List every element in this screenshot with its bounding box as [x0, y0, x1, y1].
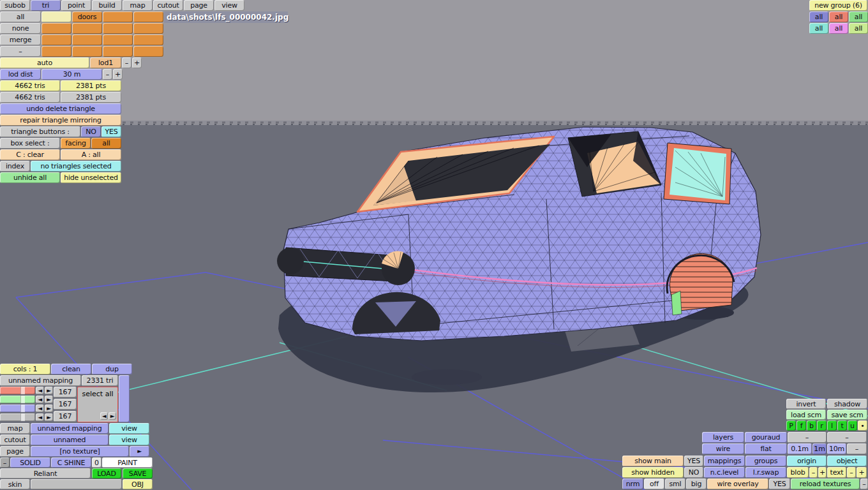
- nrm-button[interactable]: nrm: [622, 479, 643, 489]
- repair-triangle-mirroring-button[interactable]: repair triangle mirroring: [0, 115, 121, 126]
- tab-tri[interactable]: tri: [31, 0, 61, 11]
- subob-cell[interactable]: [41, 23, 71, 34]
- green-decrement-arrow[interactable]: ◄: [36, 396, 44, 403]
- cutout-value[interactable]: unnamed: [31, 434, 108, 445]
- select-all-prev-arrow[interactable]: ◄: [100, 412, 108, 420]
- cutout-view-button[interactable]: view: [109, 434, 149, 445]
- subob-cell[interactable]: [103, 46, 133, 57]
- blob-minus-button[interactable]: –: [809, 467, 818, 478]
- subob-cell[interactable]: [72, 34, 102, 45]
- lod-dist-minus-button[interactable]: –: [103, 69, 112, 80]
- mappings-button[interactable]: mappings: [704, 456, 745, 466]
- nclevel-button[interactable]: n.c.level: [704, 467, 745, 478]
- nrm-big-button[interactable]: big: [686, 479, 707, 489]
- slider-handle[interactable]: [20, 396, 25, 403]
- group-all-purple[interactable]: all: [809, 11, 828, 22]
- slider-handle[interactable]: [20, 387, 25, 394]
- lod-auto-button[interactable]: auto: [0, 57, 89, 68]
- material-minus-button[interactable]: –: [0, 457, 10, 468]
- view-preset-back[interactable]: b: [807, 420, 816, 431]
- red-increment-arrow[interactable]: ►: [45, 387, 53, 394]
- unhide-all-button[interactable]: unhide all: [0, 172, 60, 183]
- wire-button[interactable]: wire: [702, 443, 744, 454]
- slider-handle[interactable]: [20, 413, 25, 421]
- subob-none-button[interactable]: none: [0, 23, 41, 34]
- view-preset-top[interactable]: t: [837, 420, 847, 431]
- group-all-pink[interactable]: all: [829, 23, 848, 34]
- nrm-off-button[interactable]: off: [644, 479, 664, 489]
- box-select-all[interactable]: all: [91, 138, 121, 149]
- model-name[interactable]: Reliant: [0, 468, 91, 479]
- group-all-salmon[interactable]: all: [829, 11, 848, 22]
- subob-merge-button[interactable]: merge: [0, 34, 41, 45]
- subob-cell[interactable]: [41, 34, 71, 45]
- view-preset-right[interactable]: r: [817, 420, 827, 431]
- subob-cell[interactable]: [133, 34, 163, 45]
- subob-cell[interactable]: [41, 46, 71, 57]
- obj-button[interactable]: OBJ: [123, 479, 153, 489]
- hide-unselected-button[interactable]: hide unselected: [61, 172, 121, 183]
- grey-decrement-arrow[interactable]: ◄: [36, 413, 44, 421]
- tab-build[interactable]: build: [92, 0, 122, 11]
- text-button[interactable]: text: [827, 467, 846, 478]
- triangle-buttons-no[interactable]: NO: [81, 126, 101, 137]
- object-button[interactable]: object: [827, 456, 867, 466]
- blue-decrement-arrow[interactable]: ◄: [36, 405, 44, 412]
- subob-cell-selected[interactable]: [41, 11, 71, 22]
- tab-map[interactable]: map: [123, 0, 153, 11]
- blob-button[interactable]: blob: [787, 467, 809, 478]
- grid-10m-button[interactable]: 10m: [827, 443, 846, 454]
- group-all-cyan[interactable]: all: [809, 23, 828, 34]
- mapping-name[interactable]: unnamed mapping: [0, 375, 81, 386]
- box-select-facing[interactable]: facing: [61, 138, 91, 149]
- text-plus-button[interactable]: +: [857, 467, 867, 478]
- dup-button[interactable]: dup: [92, 364, 132, 375]
- origin-button[interactable]: origin: [787, 456, 827, 466]
- group-all-green[interactable]: all: [849, 11, 868, 22]
- color-slider-blue[interactable]: [0, 405, 35, 412]
- grey-increment-arrow[interactable]: ►: [45, 413, 53, 421]
- color-slider-grey[interactable]: [0, 413, 35, 421]
- tab-page[interactable]: page: [184, 0, 214, 11]
- subob-cell[interactable]: [103, 34, 133, 45]
- clear-selection-button[interactable]: C : clear: [0, 149, 60, 160]
- gouraud-button[interactable]: gouraud: [745, 432, 787, 443]
- material-solid-button[interactable]: SOLID: [10, 457, 50, 468]
- invert-button[interactable]: invert: [786, 399, 826, 409]
- select-all-next-arrow[interactable]: ►: [108, 412, 116, 420]
- wire-overlay-toggle[interactable]: YES: [769, 479, 790, 489]
- page-next-arrow[interactable]: ►: [130, 446, 149, 457]
- nrm-sml-button[interactable]: sml: [665, 479, 685, 489]
- lrswap-button[interactable]: l.r.swap: [745, 467, 786, 478]
- groups-button[interactable]: groups: [745, 456, 786, 466]
- dash-button-3[interactable]: –: [847, 443, 867, 454]
- tab-subob[interactable]: subob: [0, 0, 30, 11]
- undo-delete-triangle-button[interactable]: undo delete triangle: [0, 103, 121, 114]
- load-scm-button[interactable]: load scm: [786, 410, 826, 420]
- view-preset-dot[interactable]: •: [858, 420, 867, 431]
- blue-increment-arrow[interactable]: ►: [45, 405, 53, 412]
- text-minus-button[interactable]: –: [847, 467, 856, 478]
- subob-cell-doors[interactable]: doors: [72, 11, 102, 22]
- grid-01m-button[interactable]: 0.1m: [788, 443, 812, 454]
- grid-1m-button[interactable]: 1m: [812, 443, 827, 454]
- reload-textures-button[interactable]: reload textures: [791, 479, 860, 489]
- new-group-button[interactable]: new group (6): [809, 0, 867, 11]
- subob-cell[interactable]: [133, 23, 163, 34]
- lod-minus-button[interactable]: –: [122, 57, 131, 68]
- tab-view[interactable]: view: [214, 0, 244, 11]
- save-scm-button[interactable]: save scm: [827, 410, 867, 420]
- color-slider-green[interactable]: [0, 396, 35, 403]
- shadow-button[interactable]: shadow: [827, 399, 867, 409]
- view-preset-left[interactable]: l: [827, 420, 837, 431]
- material-cshine-button[interactable]: C SHINE: [51, 457, 91, 468]
- cols-button[interactable]: cols : 1: [0, 364, 50, 375]
- lod-current-button[interactable]: lod1: [90, 57, 121, 68]
- dash-button-1[interactable]: –: [788, 432, 827, 443]
- viewport-3d[interactable]: [0, 0, 868, 490]
- green-increment-arrow[interactable]: ►: [45, 396, 53, 403]
- triangle-buttons-yes[interactable]: YES: [101, 126, 121, 137]
- view-preset-front[interactable]: f: [797, 420, 806, 431]
- view-preset-perspective[interactable]: P: [786, 420, 796, 431]
- subob-minus-button[interactable]: –: [0, 46, 41, 57]
